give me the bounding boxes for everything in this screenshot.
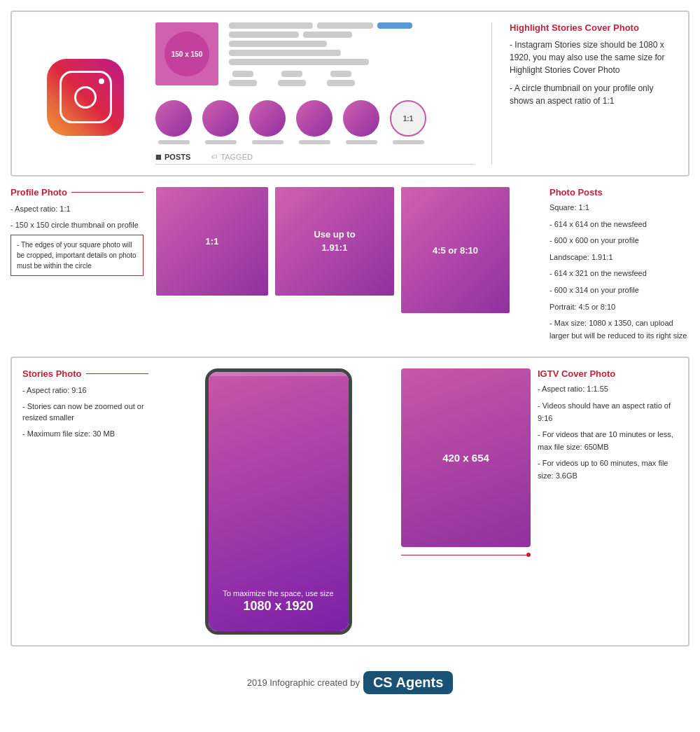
igtv-point4: - For videos up to 60 minutes, max file … bbox=[538, 457, 678, 482]
stories-point1: - Aspect ratio: 9:16 bbox=[22, 385, 148, 396]
phone-screen: To maximize the space, use size 1080 x 1… bbox=[209, 372, 349, 631]
highlight-stories-point2: - A circle thumbnail on your profile onl… bbox=[510, 82, 678, 107]
igtv-info-col: IGTV Cover Photo - Aspect ratio: 1:1.55 … bbox=[538, 368, 678, 486]
profile-photo-info-col: Profile Photo - Aspect ratio: 1:1 - 150 … bbox=[10, 187, 150, 346]
count-label-3 bbox=[327, 80, 355, 86]
igtv-point3: - For videos that are 10 minutes or less… bbox=[538, 429, 678, 453]
profile-card: 150 x 150 bbox=[148, 22, 481, 165]
grid-icon: ▦ bbox=[155, 153, 162, 160]
stories-title-line bbox=[86, 373, 148, 374]
story-circle-3 bbox=[249, 100, 286, 137]
posts-tab-label: POSTS bbox=[164, 153, 190, 161]
highlight-stories-point1: - Instagram Stories size should be 1080 … bbox=[510, 39, 678, 76]
photo-posts-land-title: Landscape: 1.91:1 bbox=[550, 251, 690, 264]
igtv-point2: - Videos should have an aspect ratio of … bbox=[538, 400, 678, 424]
stories-title-row: Stories Photo bbox=[22, 368, 148, 379]
igtv-connector bbox=[401, 553, 531, 557]
photo-posts-info-col: Photo Posts Square: 1:1 - 614 x 614 on t… bbox=[542, 187, 690, 346]
profile-name-bar bbox=[229, 22, 313, 29]
photo-posts-land-info1: - 614 x 321 on the newsfeed bbox=[550, 268, 690, 280]
bars-row5 bbox=[229, 59, 474, 65]
tab-tagged[interactable]: 🏷 TAGGED bbox=[211, 153, 253, 161]
highlight-stories-title: Highlight Stories Cover Photo bbox=[510, 22, 678, 33]
tag-icon: 🏷 bbox=[211, 153, 218, 160]
profile-username-bar bbox=[317, 22, 373, 29]
bar2a bbox=[229, 32, 299, 38]
photo-posts-port-title: Portrait: 4:5 or 8:10 bbox=[550, 301, 690, 314]
story-circle-5 bbox=[343, 100, 379, 137]
story-circle-4 bbox=[296, 100, 332, 137]
avatar-size-label: 150 x 150 bbox=[172, 50, 203, 58]
bars-row4 bbox=[229, 50, 474, 56]
stories-point3: - Maximum file size: 30 MB bbox=[22, 428, 148, 440]
logo-area bbox=[22, 22, 148, 165]
count-col-1 bbox=[229, 71, 257, 86]
post-portrait-label: 4:5 or 8:10 bbox=[433, 245, 478, 256]
post-landscape-label: Use up to1.91:1 bbox=[314, 228, 355, 254]
phone-outer: To maximize the space, use size 1080 x 1… bbox=[205, 368, 352, 635]
profile-photo-title: Profile Photo bbox=[10, 187, 67, 198]
post-landscape: Use up to1.91:1 bbox=[275, 187, 394, 296]
igtv-thumb-col: 420 x 654 bbox=[401, 368, 531, 557]
photo-posts-port-info1: - Max size: 1080 x 1350, can upload larg… bbox=[550, 317, 690, 342]
story-circle-ratio: 1:1 bbox=[390, 100, 426, 137]
stories-title: Stories Photo bbox=[22, 368, 82, 379]
stories-igtv-section: Stories Photo - Aspect ratio: 9:16 - Sto… bbox=[10, 357, 690, 647]
bar3a bbox=[229, 41, 327, 47]
post-portrait: 4:5 or 8:10 bbox=[401, 187, 510, 313]
post-square-label: 1:1 bbox=[206, 236, 219, 247]
story-item-1 bbox=[155, 100, 192, 144]
profile-right-bars bbox=[229, 22, 474, 86]
photo-posts-sq-info1: - 614 x 614 on the newsfeed bbox=[550, 219, 690, 231]
story-circles-row: 1:1 bbox=[155, 95, 474, 150]
bars-row3 bbox=[229, 41, 474, 47]
photo-posts-land-info2: - 600 x 314 on your profile bbox=[550, 284, 690, 297]
story-label-5 bbox=[346, 140, 377, 144]
footer-text: 2019 Infographic created by bbox=[247, 677, 360, 688]
posts-display-row: 1:1 Use up to1.91:1 4:5 or 8:10 bbox=[156, 187, 537, 313]
page-wrapper: 150 x 150 bbox=[0, 0, 700, 712]
highlight-stories-col: Highlight Stories Cover Photo - Instagra… bbox=[503, 22, 678, 165]
count-col-2 bbox=[278, 71, 306, 86]
tagged-tab-label: TAGGED bbox=[220, 153, 253, 161]
photo-posts-sq-info2: - 600 x 600 on your profile bbox=[550, 235, 690, 247]
profile-photo-point2: - 150 x 150 circle thumbnail on profile bbox=[10, 219, 144, 231]
photo-posts-title: Photo Posts bbox=[550, 187, 690, 198]
story-label-4 bbox=[299, 140, 330, 144]
bar5a bbox=[229, 59, 369, 65]
profile-follow-btn[interactable] bbox=[377, 22, 412, 29]
bar4a bbox=[229, 50, 341, 56]
photo-posts-square-title: Square: 1:1 bbox=[550, 202, 690, 214]
phone-mockup-area: To maximize the space, use size 1080 x 1… bbox=[155, 368, 401, 635]
instagram-logo-dot bbox=[99, 78, 104, 84]
story-item-2 bbox=[202, 100, 239, 144]
story-label-3 bbox=[252, 140, 284, 144]
story-label-1 bbox=[158, 140, 190, 144]
phone-status-bar bbox=[209, 372, 349, 376]
igtv-line bbox=[401, 555, 526, 555]
profile-container: 150 x 150 bbox=[10, 11, 690, 177]
phone-text: To maximize the space, use size bbox=[223, 588, 333, 599]
story-circle-2 bbox=[202, 100, 239, 137]
cs-agents-logo: CS Agents bbox=[363, 671, 453, 694]
count-num-2 bbox=[281, 71, 302, 77]
profile-top-bar: 150 x 150 bbox=[155, 22, 474, 86]
story-item-4 bbox=[296, 100, 332, 144]
footer: 2019 Infographic created by CS Agents bbox=[10, 657, 690, 701]
profile-title-line bbox=[71, 192, 144, 193]
profile-divider bbox=[491, 22, 492, 165]
bars-row2 bbox=[229, 32, 474, 38]
profile-avatar-box: 150 x 150 bbox=[155, 22, 218, 85]
igtv-dot bbox=[526, 553, 531, 557]
profile-tabs: ▦ POSTS 🏷 TAGGED bbox=[155, 153, 474, 165]
count-bars-row bbox=[229, 71, 474, 86]
bar2b bbox=[303, 32, 352, 38]
igtv-thumbnail: 420 x 654 bbox=[401, 368, 531, 547]
bars-top-row bbox=[229, 22, 474, 29]
count-col-3 bbox=[327, 71, 355, 86]
story-item-ratio: 1:1 bbox=[390, 100, 426, 144]
igtv-area: 420 x 654 IGTV Cover Photo - Aspect rati… bbox=[401, 368, 678, 635]
tab-posts[interactable]: ▦ POSTS bbox=[155, 153, 190, 161]
photo-posts-thumbnails: 1:1 Use up to1.91:1 4:5 or 8:10 bbox=[150, 187, 542, 346]
phone-size: 1080 x 1920 bbox=[243, 599, 313, 614]
